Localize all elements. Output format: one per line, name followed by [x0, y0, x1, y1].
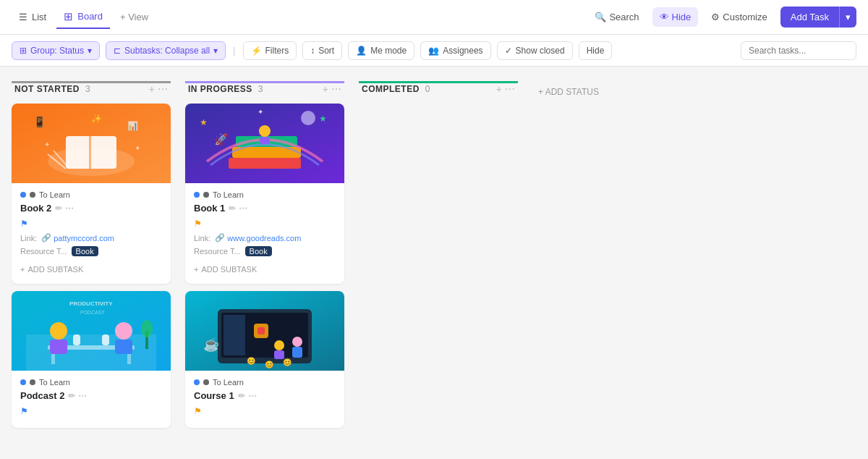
- add-task-btn[interactable]: Add Task ▾: [780, 7, 856, 28]
- flag-icon2: ⚑: [20, 406, 28, 416]
- hide-label: Hide: [672, 12, 692, 22]
- card-book1-tags: To Learn: [194, 190, 336, 199]
- svg-text:😊: 😊: [247, 356, 256, 366]
- board: NOT STARTED 3 + ⋯: [0, 67, 868, 459]
- card-podcast2-image: PRODUCTIVITY PODCAST: [12, 291, 171, 371]
- show-closed-btn[interactable]: ✓ Show closed: [497, 41, 573, 60]
- svg-text:✦: ✦: [258, 108, 263, 116]
- card-course1-title-text: Course 1: [194, 390, 234, 401]
- customize-label: Customize: [723, 12, 767, 22]
- gear-icon: ⚙: [711, 12, 720, 22]
- sort-btn[interactable]: ↕ Sort: [302, 41, 342, 60]
- me-mode-label: Me mode: [370, 46, 407, 56]
- completed-add-btn[interactable]: +: [496, 83, 502, 95]
- card-course1-flag-row: ⚑: [194, 405, 336, 416]
- pencil-icon3[interactable]: ✏: [229, 203, 236, 214]
- in-progress-add-btn[interactable]: +: [323, 83, 328, 95]
- dots-icon4[interactable]: ⋯: [248, 391, 257, 401]
- card-book1-image: ★ ★ ✦ 🚀: [185, 104, 344, 183]
- link-icon2: 🔗: [215, 233, 225, 243]
- svg-text:★: ★: [319, 114, 327, 124]
- filters-btn[interactable]: ⚡ Filters: [243, 41, 297, 60]
- tag-dot2: [30, 192, 35, 198]
- resource-label: Resource T...: [20, 247, 67, 256]
- add-task-caret-icon[interactable]: ▾: [839, 7, 856, 28]
- card-course1-body: To Learn Course 1 ✏ ⋯ ⚑: [185, 371, 344, 428]
- add-subtask-btn[interactable]: + ADD SUBTASK: [20, 262, 162, 277]
- card-book1-link-field: Link: 🔗 www.goodreads.com: [194, 233, 336, 243]
- svg-text:📊: 📊: [127, 120, 138, 131]
- card-podcast2-title-icons: ✏ ⋯: [68, 391, 87, 401]
- show-closed-label: Show closed: [516, 46, 565, 56]
- add-status-btn[interactable]: + ADD STATUS: [532, 84, 605, 100]
- subtasks-btn[interactable]: ⊏ Subtasks: Collapse all ▾: [106, 41, 226, 60]
- dots-icon3[interactable]: ⋯: [239, 203, 247, 214]
- customize-btn[interactable]: ⚙ Customize: [704, 7, 774, 27]
- dots-icon[interactable]: ⋯: [65, 203, 74, 214]
- pencil-icon2[interactable]: ✏: [68, 391, 75, 401]
- card-podcast2-tags: To Learn: [20, 378, 162, 387]
- svg-text:✦: ✦: [135, 144, 140, 152]
- hide-btn[interactable]: 👁 Hide: [652, 7, 699, 27]
- link-value[interactable]: 🔗 pattymccord.com: [41, 233, 114, 243]
- group-status-btn[interactable]: ⊞ Group: Status ▾: [12, 41, 100, 60]
- me-mode-btn[interactable]: 👤 Me mode: [348, 41, 414, 60]
- pencil-icon4[interactable]: ✏: [238, 391, 245, 401]
- assignees-btn[interactable]: 👥 Assignees: [420, 41, 490, 60]
- add-status-label: + ADD STATUS: [538, 87, 599, 97]
- group-caret-icon: ▾: [88, 46, 92, 56]
- add-subtask-label2: ADD SUBTASK: [201, 265, 257, 274]
- svg-point-23: [141, 320, 153, 337]
- in-progress-title: IN PROGRESS: [188, 84, 252, 94]
- svg-point-46: [292, 337, 302, 347]
- card-book2-image: 📱 📊 ✦ ✦ ✨: [12, 104, 171, 183]
- svg-text:📱: 📱: [33, 116, 46, 128]
- card-podcast2-body: To Learn Podcast 2 ✏ ⋯ ⚑: [12, 371, 171, 428]
- eye-icon: 👁: [660, 12, 669, 22]
- card-book2-title: Book 2 ✏ ⋯: [20, 203, 162, 214]
- not-started-add-btn[interactable]: +: [149, 83, 155, 95]
- add-status-column: + ADD STATUS: [532, 81, 605, 445]
- resource-tag2: Book: [245, 246, 272, 256]
- flag-icon3: ⚑: [194, 219, 202, 229]
- list-view-btn[interactable]: ☰ List: [12, 7, 54, 27]
- in-progress-more-btn[interactable]: ⋯: [331, 83, 341, 95]
- svg-rect-21: [102, 334, 109, 345]
- board-view-btn[interactable]: ⊞ Board: [56, 6, 110, 29]
- tag-dot: [20, 379, 26, 385]
- completed-actions: + ⋯: [496, 83, 515, 95]
- card-podcast2: PRODUCTIVITY PODCAST To Learn Podcast 2 …: [12, 291, 171, 428]
- search-tasks-input[interactable]: [741, 41, 856, 60]
- svg-rect-40: [224, 315, 245, 355]
- flag-icon4: ⚑: [194, 406, 202, 416]
- add-subtask-btn2[interactable]: + ADD SUBTASK: [194, 262, 336, 277]
- svg-rect-17: [50, 340, 67, 354]
- card-podcast2-flag-row: ⚑: [20, 405, 162, 416]
- card-book2-tag-label: To Learn: [39, 190, 70, 199]
- not-started-more-btn[interactable]: ⋯: [158, 83, 168, 95]
- dots-icon2[interactable]: ⋯: [78, 391, 87, 401]
- plus-icon: +: [20, 265, 25, 274]
- sort-label: Sort: [318, 46, 334, 56]
- nav-right: 🔍 Search 👁 Hide ⚙ Customize Add Task ▾: [587, 7, 856, 28]
- svg-text:😊: 😊: [265, 360, 274, 369]
- users-icon: 👥: [428, 46, 439, 56]
- search-nav-btn[interactable]: 🔍 Search: [587, 7, 646, 27]
- nav-left: ☰ List ⊞ Board + View: [12, 6, 156, 29]
- pencil-icon[interactable]: ✏: [55, 203, 62, 214]
- toolbar: ⊞ Group: Status ▾ ⊏ Subtasks: Collapse a…: [0, 35, 868, 67]
- board-label: Board: [77, 11, 103, 22]
- card-book2-flag-row: ⚑: [20, 218, 162, 229]
- card-podcast2-title-text: Podcast 2: [20, 390, 64, 401]
- link-value2[interactable]: 🔗 www.goodreads.com: [215, 233, 301, 243]
- hide-toolbar-btn[interactable]: Hide: [579, 41, 613, 60]
- list-icon: ☰: [19, 12, 27, 22]
- svg-text:🚀: 🚀: [214, 132, 229, 146]
- completed-more-btn[interactable]: ⋯: [505, 83, 515, 95]
- card-podcast2-title: Podcast 2 ✏ ⋯: [20, 390, 162, 401]
- add-view-btn[interactable]: + View: [113, 7, 156, 27]
- svg-rect-19: [115, 340, 132, 354]
- add-view-label: + View: [120, 12, 148, 22]
- completed-count: 0: [425, 84, 430, 94]
- add-task-label: Add Task: [780, 7, 839, 28]
